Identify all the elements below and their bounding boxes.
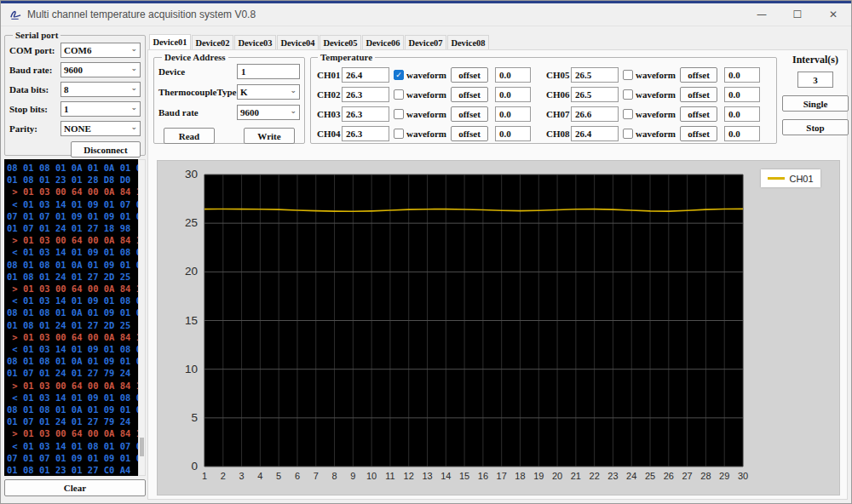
- svg-text:10: 10: [185, 363, 198, 375]
- stop-bits-select[interactable]: 1 ⌄: [60, 101, 141, 117]
- write-button[interactable]: Write: [244, 128, 295, 144]
- offset-button[interactable]: offset: [451, 106, 488, 122]
- offset-value-field[interactable]: 0.0: [495, 67, 531, 83]
- window-title: Multi channel temperature acquisition sy…: [27, 9, 256, 20]
- offset-button[interactable]: offset: [680, 87, 717, 102]
- tab-device07[interactable]: Device07: [405, 35, 446, 49]
- offset-value-field[interactable]: 0.0: [724, 67, 760, 83]
- offset-value-field[interactable]: 0.0: [495, 87, 531, 102]
- channel-value-field[interactable]: 26.3: [342, 106, 389, 122]
- device-address-input[interactable]: 1: [237, 64, 300, 79]
- tab-device01[interactable]: Device01: [149, 34, 191, 49]
- close-icon[interactable]: ✕: [815, 3, 851, 26]
- svg-text:25: 25: [185, 216, 198, 229]
- offset-value-field[interactable]: 0.0: [724, 126, 760, 141]
- clear-button[interactable]: Clear: [4, 479, 146, 496]
- offset-button[interactable]: offset: [451, 67, 488, 83]
- left-panel: Serial port COM port: COM6 ⌄ Baud rate: …: [4, 30, 146, 501]
- serial-port-group: Serial port COM port: COM6 ⌄ Baud rate: …: [4, 30, 146, 156]
- tab-device04[interactable]: Device04: [277, 35, 319, 49]
- read-button[interactable]: Read: [164, 128, 215, 144]
- com-port-label: COM port:: [9, 45, 60, 55]
- com-port-value: COM6: [64, 45, 91, 55]
- log-line: > 01 03 00 64 00 0A 84 12: [7, 331, 138, 343]
- channel-label: CH06: [546, 89, 571, 100]
- minimize-icon[interactable]: —: [744, 3, 780, 26]
- legend-series-label: CH01: [789, 174, 813, 184]
- log-scrollbar[interactable]: [138, 159, 146, 476]
- device-baud-select[interactable]: 9600 ⌄: [237, 105, 300, 120]
- parity-select[interactable]: NONE ⌄: [60, 121, 141, 136]
- log-scrollbar-thumb[interactable]: [140, 438, 144, 456]
- channel-value-field[interactable]: 26.3: [342, 87, 389, 102]
- offset-button[interactable]: offset: [451, 126, 488, 141]
- svg-text:30: 30: [738, 471, 748, 481]
- parity-value: NONE: [64, 123, 91, 134]
- single-button[interactable]: Single: [782, 95, 849, 112]
- offset-value-field[interactable]: 0.0: [495, 106, 531, 122]
- offset-button[interactable]: offset: [680, 67, 717, 83]
- svg-text:8: 8: [331, 471, 337, 481]
- channel-row-ch08: CH0826.4waveformoffset0.0: [544, 126, 773, 141]
- offset-button[interactable]: offset: [680, 106, 717, 122]
- channel-value-field[interactable]: 26.5: [571, 67, 619, 83]
- waveform-checkbox[interactable]: [623, 129, 633, 139]
- tab-device08[interactable]: Device08: [447, 35, 489, 49]
- svg-text:29: 29: [719, 471, 729, 481]
- svg-text:18: 18: [515, 471, 525, 481]
- offset-value-field[interactable]: 0.0: [495, 126, 531, 141]
- interval-panel: Interval(s) 3 Single Stop: [782, 54, 849, 135]
- channel-value-field[interactable]: 26.3: [342, 126, 389, 141]
- channel-value-field[interactable]: 26.4: [571, 126, 619, 141]
- interval-label: Interval(s): [782, 54, 849, 66]
- channel-value-field[interactable]: 26.6: [571, 106, 619, 122]
- svg-text:25: 25: [645, 471, 655, 481]
- waveform-checkbox[interactable]: [623, 109, 633, 119]
- svg-text:4: 4: [257, 471, 262, 481]
- offset-value-field[interactable]: 0.0: [724, 87, 760, 102]
- channel-value-field[interactable]: 26.4: [342, 67, 389, 83]
- svg-text:19: 19: [533, 471, 544, 481]
- tab-device06[interactable]: Device06: [362, 35, 404, 49]
- disconnect-button[interactable]: Disconnect: [71, 141, 141, 158]
- offset-button[interactable]: offset: [451, 87, 488, 102]
- com-port-select[interactable]: COM6 ⌄: [60, 43, 141, 58]
- device-address-group: Device Address Device 1 ThermocoupleType…: [153, 52, 305, 144]
- waveform-checkbox[interactable]: [394, 89, 404, 100]
- waveform-checkbox[interactable]: ✓: [394, 70, 404, 80]
- interval-input[interactable]: 3: [797, 72, 833, 88]
- tab-device02[interactable]: Device02: [192, 35, 233, 49]
- offset-button[interactable]: offset: [680, 126, 717, 141]
- chevron-down-icon: ⌄: [290, 86, 296, 94]
- svg-text:5: 5: [276, 471, 281, 481]
- svg-text:15: 15: [185, 314, 198, 327]
- tab-device03[interactable]: Device03: [234, 35, 276, 49]
- channel-label: CH01: [317, 70, 342, 80]
- thermocouple-type-select[interactable]: K ⌄: [237, 84, 300, 100]
- log-line: < 01 03 14 01 09 01 08 01: [7, 343, 138, 355]
- offset-value-field[interactable]: 0.0: [724, 106, 760, 122]
- svg-text:27: 27: [682, 471, 692, 481]
- data-bits-select[interactable]: 8 ⌄: [60, 82, 141, 97]
- temperature-title: Temperature: [318, 52, 375, 62]
- channel-value-field[interactable]: 26.5: [571, 87, 619, 102]
- stop-button[interactable]: Stop: [782, 119, 849, 135]
- svg-text:17: 17: [497, 471, 507, 481]
- chevron-down-icon: ⌄: [130, 123, 137, 131]
- baud-rate-select[interactable]: 9600 ⌄: [60, 62, 141, 77]
- maximize-icon[interactable]: ☐: [780, 3, 815, 26]
- hex-log[interactable]: 08 01 08 01 0A 01 0A 01 0B01 08 01 23 01…: [4, 159, 138, 476]
- waveform-checkbox[interactable]: [623, 70, 633, 80]
- device-address-title: Device Address: [162, 52, 228, 62]
- log-line: 07 01 07 01 09 01 09 01 0A: [7, 452, 138, 464]
- tab-device05[interactable]: Device05: [320, 35, 361, 49]
- svg-text:22: 22: [590, 471, 600, 481]
- channel-label: CH05: [546, 70, 571, 80]
- thermocouple-type-value: K: [240, 87, 248, 97]
- svg-text:23: 23: [607, 471, 618, 481]
- waveform-checkbox[interactable]: [394, 109, 404, 119]
- waveform-checkbox[interactable]: [623, 89, 633, 100]
- waveform-checkbox[interactable]: [394, 129, 404, 139]
- device-baud-value: 9600: [240, 107, 259, 117]
- channel-label: CH03: [317, 109, 342, 119]
